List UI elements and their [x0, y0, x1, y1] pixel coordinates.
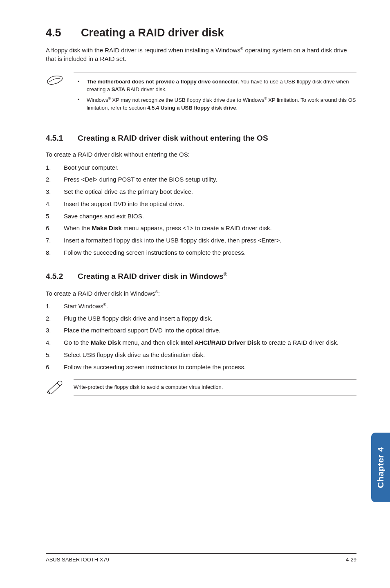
section-heading: 4.5Creating a RAID driver disk — [46, 25, 356, 40]
step-item: Plug the USB floppy disk drive and inser… — [46, 314, 356, 323]
step-item: Insert a formatted floppy disk into the … — [46, 236, 356, 245]
step-item: Save changes and exit BIOS. — [46, 212, 356, 221]
step-item: Press <Del> during POST to enter the BIO… — [46, 175, 356, 184]
step-item: Follow the succeeding screen instruction… — [46, 363, 356, 372]
note-callout: The motherboard does not provide a flopp… — [46, 72, 356, 118]
callout-item: Windows® XP may not recognize the USB fl… — [74, 96, 356, 112]
step-item: Place the motherboard support DVD into t… — [46, 326, 356, 335]
steps-list: Start Windows®. Plug the USB floppy disk… — [46, 302, 356, 372]
subsection-heading: 4.5.1Creating a RAID driver disk without… — [46, 133, 356, 144]
step-item: When the Make Disk menu appears, press <… — [46, 224, 356, 233]
footer-left: ASUS SABERTOOTH X79 — [46, 556, 109, 563]
section-title-text: Creating a RAID driver disk — [81, 27, 224, 39]
step-item: Follow the succeeding screen instruction… — [46, 248, 356, 257]
lead-text: To create a RAID driver disk without ent… — [46, 150, 356, 159]
subsection-title: Creating a RAID driver disk in Windows® — [78, 272, 227, 281]
step-item: Start Windows®. — [46, 302, 356, 311]
step-item: Set the optical drive as the primary boo… — [46, 187, 356, 196]
section-number: 4.5 — [46, 25, 81, 40]
note-text: Write-protect the floppy disk to avoid a… — [74, 379, 356, 395]
intro-paragraph: A floppy disk with the RAID driver is re… — [46, 46, 356, 63]
chapter-tab: Chapter 4 — [371, 433, 390, 502]
pencil-icon — [46, 378, 64, 397]
subsection-heading: 4.5.2Creating a RAID driver disk in Wind… — [46, 271, 356, 282]
subsection-number: 4.5.1 — [46, 133, 78, 144]
subsection-number: 4.5.2 — [46, 271, 78, 282]
chapter-tab-label: Chapter 4 — [375, 447, 386, 488]
step-item: Boot your computer. — [46, 163, 356, 172]
step-item: Insert the support DVD into the optical … — [46, 200, 356, 209]
divider — [74, 395, 356, 395]
page-footer: ASUS SABERTOOTH X79 4-29 — [46, 553, 356, 563]
callout-item: The motherboard does not provide a flopp… — [74, 78, 356, 94]
lead-text: To create a RAID driver disk in Windows®… — [46, 289, 356, 298]
step-item: Select USB floppy disk drive as the dest… — [46, 350, 356, 359]
subsection-title: Creating a RAID driver disk without ente… — [78, 134, 268, 142]
steps-list: Boot your computer. Press <Del> during P… — [46, 163, 356, 257]
divider — [74, 118, 356, 118]
scribble-icon — [46, 72, 64, 91]
footer-right: 4-29 — [346, 556, 356, 563]
step-item: Go to the Make Disk menu, and then click… — [46, 338, 356, 347]
note-callout: Write-protect the floppy disk to avoid a… — [46, 378, 356, 397]
